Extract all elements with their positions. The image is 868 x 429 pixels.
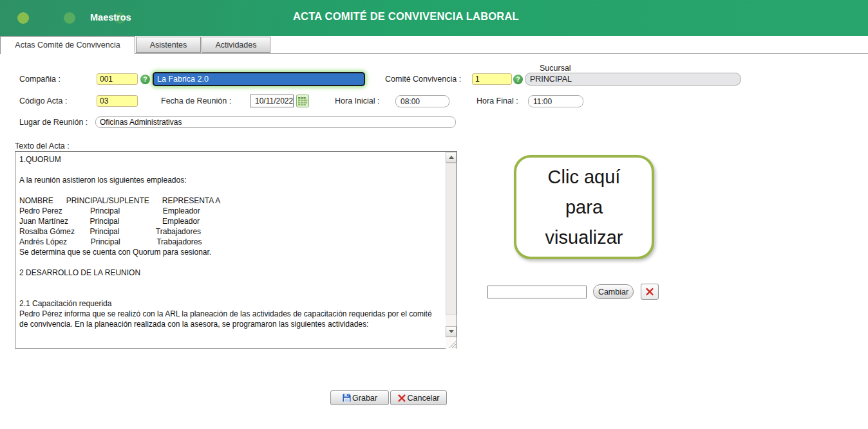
window-dot-icon xyxy=(64,12,75,24)
arrow-down-icon xyxy=(449,330,454,333)
cambiar-button[interactable]: Cambiar xyxy=(593,284,634,299)
tab-actas-comite[interactable]: Actas Comité de Convivencia xyxy=(0,36,135,54)
delete-attachment-button[interactable] xyxy=(641,284,659,300)
window-dot-icon xyxy=(17,12,29,24)
hora-final-label: Hora Final : xyxy=(476,96,518,105)
texto-acta-label: Texto del Acta : xyxy=(15,141,70,151)
save-icon xyxy=(342,393,352,403)
help-icon[interactable]: ? xyxy=(513,75,523,84)
fecha-input[interactable] xyxy=(250,95,294,107)
hora-inicial-label: Hora Inicial : xyxy=(335,96,379,105)
hora-inicial-input[interactable] xyxy=(395,95,449,107)
sucursal-field: PRINCIPAL xyxy=(525,73,741,86)
codigo-acta-label: Código Acta : xyxy=(19,96,67,105)
arrow-up-icon xyxy=(449,156,454,159)
calendar-icon[interactable] xyxy=(296,95,309,107)
scrollbar-thumb[interactable] xyxy=(446,163,457,315)
grabar-button[interactable]: Grabar xyxy=(330,390,389,405)
cancelar-button[interactable]: Cancelar xyxy=(390,390,447,405)
fecha-label: Fecha de Reunión : xyxy=(161,96,231,105)
tab-actividades[interactable]: Actividades xyxy=(202,37,270,53)
grabar-label: Grabar xyxy=(352,394,377,403)
tab-asistentes[interactable]: Asistentes xyxy=(136,37,201,53)
scroll-up-button[interactable] xyxy=(446,152,457,163)
page-title: ACTA COMITÉ DE CONVIVENCIA LABORAL xyxy=(293,10,519,23)
visualizar-label: Clic aquí para visualizar xyxy=(545,162,623,253)
app-window: Maestros ACTA COMITÉ DE CONVIVENCIA LABO… xyxy=(0,0,868,429)
lugar-input[interactable] xyxy=(95,116,456,128)
cancelar-label: Cancelar xyxy=(407,394,439,403)
compania-code-input[interactable] xyxy=(97,73,138,85)
help-icon[interactable]: ? xyxy=(140,75,150,84)
sucursal-label: Sucursal xyxy=(540,64,571,73)
tab-bar: Actas Comité de Convivencia Asistentes A… xyxy=(0,36,868,54)
texto-acta-textarea[interactable]: 1.QUORUM A la reunión asistieron los sig… xyxy=(15,151,457,349)
delete-x-icon xyxy=(645,286,654,297)
archivo-input[interactable] xyxy=(487,286,587,298)
cancel-x-icon xyxy=(397,394,406,403)
app-name: Maestros xyxy=(90,12,131,23)
compania-label: Compañia : xyxy=(19,75,61,84)
lugar-label: Lugar de Reunión : xyxy=(19,118,88,127)
hora-final-input[interactable] xyxy=(528,95,583,107)
visualizar-button[interactable]: Clic aquí para visualizar xyxy=(514,155,654,259)
scroll-down-button[interactable] xyxy=(446,326,457,337)
resize-grip-icon xyxy=(448,340,457,349)
comite-label: Comité Convivencia : xyxy=(385,75,461,84)
resize-grip[interactable] xyxy=(446,338,457,349)
header-bar: Maestros ACTA COMITÉ DE CONVIVENCIA LABO… xyxy=(0,0,868,36)
compania-name-field[interactable]: La Fabrica 2.0 xyxy=(153,72,365,86)
codigo-acta-input[interactable] xyxy=(97,95,138,107)
comite-code-input[interactable] xyxy=(472,73,512,85)
